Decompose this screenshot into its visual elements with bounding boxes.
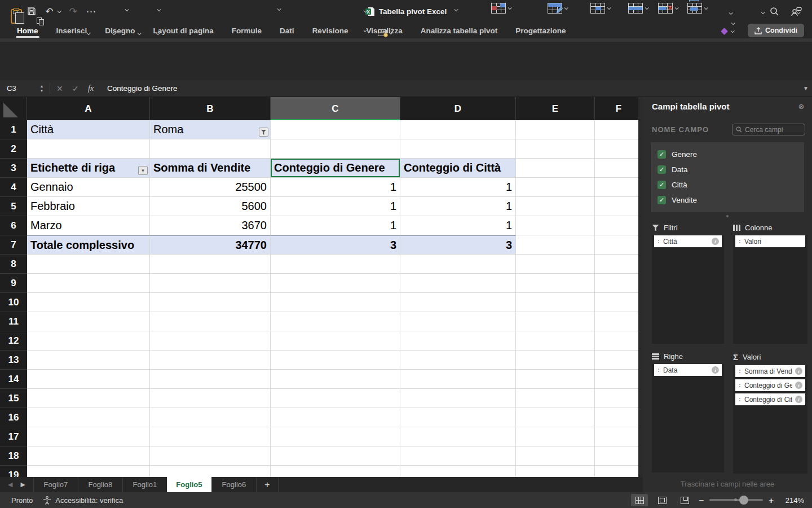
sheet-tab-foglio5[interactable]: Foglio5 xyxy=(167,477,211,492)
cell-C5[interactable]: 1 xyxy=(271,197,400,216)
cell-E14[interactable] xyxy=(516,370,595,389)
cell-F15[interactable] xyxy=(595,389,643,408)
cell-E11[interactable] xyxy=(516,312,595,331)
cell-A1[interactable]: Città xyxy=(27,120,150,139)
cell-B7[interactable]: 34770 xyxy=(150,235,271,255)
cell-E15[interactable] xyxy=(516,389,595,408)
undo-icon[interactable]: ↶ xyxy=(45,6,53,17)
cell-D12[interactable] xyxy=(400,331,516,351)
field-chip[interactable]: Somma di Vendi...i xyxy=(735,365,805,377)
area-values-dropzone[interactable]: Somma di Vendi...iConteggio di Ge...iCon… xyxy=(733,365,807,474)
row-header-11[interactable]: 11 xyxy=(0,312,27,331)
cell-C14[interactable] xyxy=(271,370,400,389)
row-header-17[interactable]: 17 xyxy=(0,427,27,446)
name-box[interactable]: C3 xyxy=(0,80,37,97)
cell-E19[interactable] xyxy=(516,466,595,477)
select-all-corner[interactable] xyxy=(0,97,27,120)
cell-D9[interactable] xyxy=(400,274,516,293)
formula-input[interactable]: Conteggio di Genere xyxy=(107,80,178,97)
field-item-data[interactable]: ✓Data xyxy=(657,162,804,177)
cell-D7[interactable]: 3 xyxy=(400,235,516,255)
sheet-prev-icon[interactable]: ◀ xyxy=(8,481,12,488)
cell-A13[interactable] xyxy=(27,351,150,370)
field-chip[interactable]: Valori xyxy=(735,235,805,247)
area-filters-dropzone[interactable]: Cittài xyxy=(652,235,724,344)
cell-B1[interactable]: Roma xyxy=(150,120,271,139)
field-item-genere[interactable]: ✓Genere xyxy=(657,147,804,162)
save-icon[interactable] xyxy=(27,7,36,16)
cell-F9[interactable] xyxy=(595,274,643,293)
cell-A3[interactable]: Etichette di riga▼ xyxy=(27,159,150,178)
cell-C3[interactable]: Conteggio di Genere xyxy=(271,159,400,178)
cell-C1[interactable] xyxy=(271,120,400,139)
row-header-6[interactable]: 6 xyxy=(0,216,27,235)
row-header-12[interactable]: 12 xyxy=(0,331,27,351)
row-header-18[interactable]: 18 xyxy=(0,446,27,466)
cell-F19[interactable] xyxy=(595,466,643,477)
cell-D4[interactable]: 1 xyxy=(400,178,516,197)
field-chip[interactable]: Datai xyxy=(654,364,722,376)
cell-D19[interactable] xyxy=(400,466,516,477)
cell-E8[interactable] xyxy=(516,255,595,274)
row-header-9[interactable]: 9 xyxy=(0,274,27,293)
close-pane-icon[interactable]: ⊗ xyxy=(796,101,806,111)
cell-A10[interactable] xyxy=(27,293,150,312)
cell-E6[interactable] xyxy=(516,216,595,235)
cell-F6[interactable] xyxy=(595,216,643,235)
cell-C16[interactable] xyxy=(271,408,400,427)
cell-F17[interactable] xyxy=(595,427,643,446)
cell-A16[interactable] xyxy=(27,408,150,427)
zoom-slider[interactable] xyxy=(709,499,763,501)
cell-F18[interactable] xyxy=(595,446,643,466)
ribbon-tab-progettazione[interactable]: Progettazione xyxy=(506,23,575,38)
search-icon[interactable] xyxy=(770,7,779,16)
cell-E9[interactable] xyxy=(516,274,595,293)
cell-F10[interactable] xyxy=(595,293,643,312)
ribbon-tab-dati[interactable]: Dati xyxy=(271,23,303,38)
name-box-spinner[interactable]: ▲▼ xyxy=(38,82,45,95)
cell-B8[interactable] xyxy=(150,255,271,274)
column-header-F[interactable]: F xyxy=(595,97,643,120)
cell-C4[interactable]: 1 xyxy=(271,178,400,197)
area-columns-dropzone[interactable]: Valori xyxy=(733,235,807,344)
field-checkbox-icon[interactable]: ✓ xyxy=(657,150,666,159)
cell-C15[interactable] xyxy=(271,389,400,408)
cell-F16[interactable] xyxy=(595,408,643,427)
cell-F12[interactable] xyxy=(595,331,643,351)
info-icon[interactable]: i xyxy=(712,366,719,374)
cell-A18[interactable] xyxy=(27,446,150,466)
sheet-next-icon[interactable]: ▶ xyxy=(20,481,25,488)
cell-F8[interactable] xyxy=(595,255,643,274)
cell-A12[interactable] xyxy=(27,331,150,351)
row-header-2[interactable]: 2 xyxy=(0,139,27,159)
sheet-tab-foglio1[interactable]: Foglio1 xyxy=(122,477,167,492)
cell-A14[interactable] xyxy=(27,370,150,389)
zoom-slider-thumb[interactable] xyxy=(739,496,748,505)
row-header-5[interactable]: 5 xyxy=(0,197,27,216)
accessibility-status[interactable]: Accessibilità: verifica xyxy=(43,496,123,505)
column-header-A[interactable]: A xyxy=(27,97,150,120)
row-header-1[interactable]: 1 xyxy=(0,120,27,139)
ribbon-tab-analizza-tabella-pivot[interactable]: Analizza tabella pivot xyxy=(412,23,507,38)
field-checkbox-icon[interactable]: ✓ xyxy=(657,196,666,204)
cell-E1[interactable] xyxy=(516,120,595,139)
cell-A4[interactable]: Gennaio xyxy=(27,178,150,197)
ribbon-tab-disegno[interactable]: Disegno xyxy=(96,23,144,38)
cell-C7[interactable]: 3 xyxy=(271,235,400,255)
info-icon[interactable]: i xyxy=(712,238,719,245)
cell-F4[interactable] xyxy=(595,178,643,197)
column-header-B[interactable]: B xyxy=(150,97,271,120)
cell-F13[interactable] xyxy=(595,351,643,370)
cell-A17[interactable] xyxy=(27,427,150,446)
cell-E4[interactable] xyxy=(516,178,595,197)
cell-B10[interactable] xyxy=(150,293,271,312)
cell-A11[interactable] xyxy=(27,312,150,331)
cell-C19[interactable] xyxy=(271,466,400,477)
insert-function-icon[interactable]: fx xyxy=(88,80,94,97)
row-header-14[interactable]: 14 xyxy=(0,370,27,389)
row-header-16[interactable]: 16 xyxy=(0,408,27,427)
row-header-8[interactable]: 8 xyxy=(0,255,27,274)
area-rows-dropzone[interactable]: Datai xyxy=(652,364,724,472)
cell-E5[interactable] xyxy=(516,197,595,216)
cell-C10[interactable] xyxy=(271,293,400,312)
